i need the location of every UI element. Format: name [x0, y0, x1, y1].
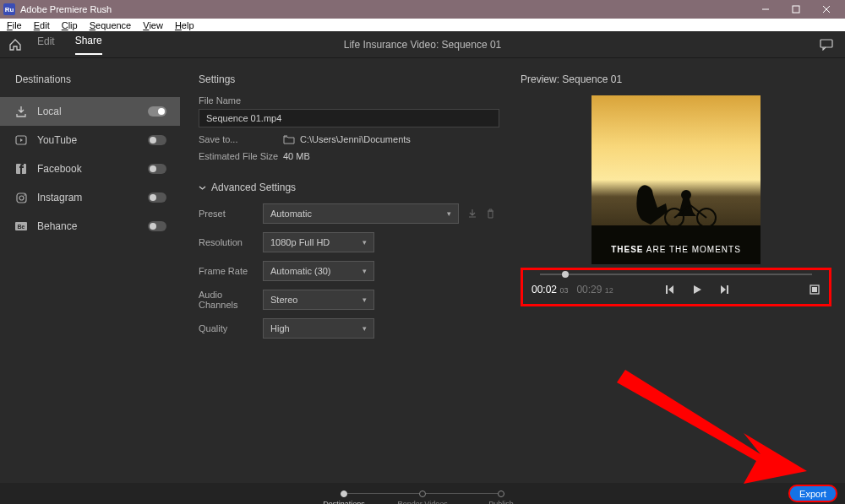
app-logo: Ru: [3, 3, 15, 15]
step-dot: [341, 490, 347, 497]
progress-steps: Destinations Render Videos Publish: [341, 490, 504, 497]
advanced-title: Advanced Settings: [211, 182, 296, 193]
download-preset-icon[interactable]: [467, 209, 477, 219]
framerate-value: Automatic (30): [270, 266, 331, 276]
framerate-select[interactable]: Automatic (30) ▾: [263, 261, 374, 281]
menu-edit[interactable]: Edit: [29, 20, 55, 30]
destination-toggle[interactable]: [148, 135, 166, 145]
tab-share[interactable]: Share: [75, 35, 102, 55]
player-bar: 00:02 03 00:29 12: [521, 268, 831, 306]
chevron-down-icon: [199, 184, 206, 192]
destination-facebook[interactable]: Facebook: [0, 154, 180, 183]
export-icon: [14, 106, 29, 117]
audio-value: Stereo: [270, 295, 297, 305]
fullscreen-button[interactable]: [809, 284, 820, 295]
svg-rect-20: [812, 287, 817, 292]
tab-edit[interactable]: Edit: [37, 35, 55, 54]
destination-toggle[interactable]: [148, 164, 166, 174]
progress-knob[interactable]: [562, 271, 569, 278]
quality-value: High: [270, 323, 290, 333]
breadcrumb: Life Insurance Video: Sequence 01: [344, 39, 502, 51]
facebook-icon: [14, 164, 29, 174]
comments-icon[interactable]: [820, 39, 833, 51]
app-title: Adobe Premiere Rush: [20, 4, 112, 14]
svg-text:Be: Be: [18, 224, 25, 230]
step-dot: [498, 490, 504, 497]
save-to-path: C:\Users\Jenni\Documents: [300, 134, 411, 144]
destination-behance[interactable]: Be Behance: [0, 212, 180, 241]
destination-local[interactable]: Local: [0, 97, 180, 126]
destination-toggle[interactable]: [148, 192, 166, 203]
est-size-label: Estimated File Size: [199, 151, 283, 161]
audio-label: Audio Channels: [199, 290, 263, 310]
svg-rect-4: [820, 40, 832, 47]
menu-help[interactable]: Help: [170, 20, 199, 30]
minimize-button[interactable]: [750, 0, 781, 19]
play-button[interactable]: [691, 284, 703, 295]
destination-youtube[interactable]: YouTube: [0, 126, 180, 154]
step-label: Render Videos: [397, 500, 447, 505]
chevron-down-icon: ▾: [363, 267, 367, 275]
chevron-down-icon: ▾: [363, 295, 367, 304]
preview-title: Preview: Sequence 01: [521, 73, 831, 85]
svg-point-8: [19, 196, 24, 200]
destination-label: YouTube: [37, 134, 148, 146]
instagram-icon: [14, 192, 29, 203]
audio-select[interactable]: Stereo ▾: [263, 290, 374, 310]
behance-icon: Be: [14, 222, 29, 230]
step-forward-button[interactable]: [718, 284, 730, 295]
svg-rect-17: [666, 285, 668, 294]
menu-file[interactable]: File: [2, 20, 27, 30]
menu-view[interactable]: View: [138, 20, 168, 30]
step-dot: [419, 490, 426, 497]
progress-track[interactable]: [540, 274, 812, 275]
file-name-input[interactable]: [199, 109, 499, 127]
svg-rect-18: [727, 285, 728, 294]
preview-overlay-text: THESE ARE THE MOMENTS: [592, 245, 760, 254]
quality-label: Quality: [199, 323, 263, 333]
preview-panel: Preview: Sequence 01 THESE ARE THE MOMEN…: [521, 58, 845, 483]
play-rect-icon: [14, 135, 29, 145]
step-back-button[interactable]: [664, 284, 676, 295]
advanced-toggle[interactable]: Advanced Settings: [199, 182, 502, 193]
save-to-label: Save to...: [199, 134, 283, 144]
preset-label: Preset: [199, 209, 263, 219]
menu-clip[interactable]: Clip: [57, 20, 83, 30]
chevron-down-icon: ▾: [447, 209, 451, 218]
svg-rect-1: [793, 6, 799, 13]
settings-title: Settings: [199, 73, 502, 85]
bottombar: Destinations Render Videos Publish Expor…: [0, 483, 845, 504]
menu-sequence[interactable]: Sequence: [84, 20, 137, 30]
destinations-title: Destinations: [0, 73, 180, 97]
window-controls: [750, 0, 842, 19]
delete-preset-icon[interactable]: [486, 209, 495, 219]
destination-toggle[interactable]: [148, 106, 166, 117]
maximize-button[interactable]: [781, 0, 811, 19]
preset-select[interactable]: Automatic ▾: [263, 203, 459, 224]
save-to-value[interactable]: C:\Users\Jenni\Documents: [283, 134, 411, 144]
chevron-down-icon: ▾: [363, 238, 367, 247]
destination-label: Local: [37, 106, 148, 117]
resolution-select[interactable]: 1080p Full HD ▾: [263, 232, 374, 252]
quality-select[interactable]: High ▾: [263, 318, 374, 339]
titlebar: Ru Adobe Premiere Rush: [0, 0, 845, 19]
chevron-down-icon: ▾: [363, 324, 367, 333]
menubar: File Edit Clip Sequence View Help: [0, 19, 845, 31]
time-total: 00:29 12: [576, 284, 613, 295]
preview-thumbnail: THESE ARE THE MOMENTS: [592, 95, 760, 264]
topbar: Edit Share Life Insurance Video: Sequenc…: [0, 31, 845, 58]
home-icon[interactable]: [8, 38, 22, 51]
framerate-label: Frame Rate: [199, 266, 263, 276]
est-size-value: 40 MB: [283, 151, 310, 161]
destination-label: Facebook: [37, 163, 148, 175]
time-current: 00:02 03: [532, 284, 568, 295]
step-label: Destinations: [323, 500, 365, 505]
export-button[interactable]: Export: [789, 485, 837, 501]
destination-label: Behance: [37, 220, 148, 232]
svg-point-12: [681, 190, 691, 200]
destination-instagram[interactable]: Instagram: [0, 183, 180, 212]
destination-toggle[interactable]: [148, 221, 166, 231]
folder-icon: [283, 135, 295, 144]
close-button[interactable]: [811, 0, 842, 19]
resolution-value: 1080p Full HD: [270, 237, 330, 247]
